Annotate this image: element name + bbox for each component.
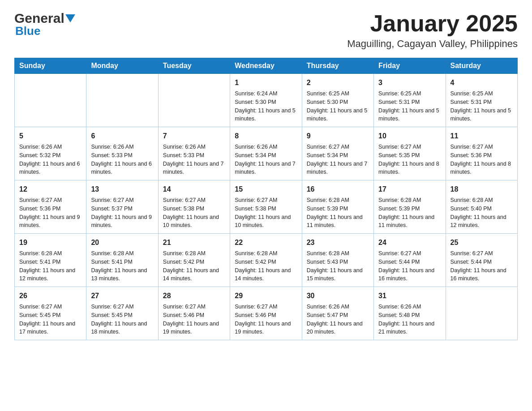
- calendar-cell: 28Sunrise: 6:27 AMSunset: 5:46 PMDayligh…: [158, 287, 230, 340]
- calendar-cell: 17Sunrise: 6:28 AMSunset: 5:39 PMDayligh…: [374, 180, 446, 234]
- calendar-cell: 15Sunrise: 6:27 AMSunset: 5:38 PMDayligh…: [230, 180, 302, 234]
- day-number: 19: [19, 237, 82, 248]
- calendar-cell: 26Sunrise: 6:27 AMSunset: 5:45 PMDayligh…: [15, 287, 86, 340]
- day-info: Sunrise: 6:27 AMSunset: 5:35 PMDaylight:…: [378, 143, 441, 176]
- calendar-cell: 19Sunrise: 6:28 AMSunset: 5:41 PMDayligh…: [15, 234, 86, 287]
- calendar-week-row: 5Sunrise: 6:26 AMSunset: 5:32 PMDaylight…: [15, 127, 518, 180]
- weekday-header-tuesday: Tuesday: [158, 58, 230, 74]
- calendar-cell: 8Sunrise: 6:26 AMSunset: 5:34 PMDaylight…: [230, 127, 302, 180]
- calendar-cell: 11Sunrise: 6:27 AMSunset: 5:36 PMDayligh…: [446, 127, 517, 180]
- calendar-cell: 22Sunrise: 6:28 AMSunset: 5:42 PMDayligh…: [230, 234, 302, 287]
- day-info: Sunrise: 6:25 AMSunset: 5:31 PMDaylight:…: [450, 90, 513, 123]
- day-info: Sunrise: 6:27 AMSunset: 5:38 PMDaylight:…: [235, 196, 297, 230]
- day-info: Sunrise: 6:27 AMSunset: 5:45 PMDaylight:…: [19, 303, 82, 336]
- day-number: 9: [307, 131, 369, 141]
- day-number: 14: [163, 184, 225, 195]
- day-number: 28: [163, 291, 225, 301]
- day-number: 30: [307, 291, 369, 301]
- calendar-cell: 1Sunrise: 6:24 AMSunset: 5:30 PMDaylight…: [230, 74, 302, 127]
- day-info: Sunrise: 6:26 AMSunset: 5:33 PMDaylight:…: [91, 143, 153, 176]
- calendar-cell: 6Sunrise: 6:26 AMSunset: 5:33 PMDaylight…: [86, 127, 158, 180]
- day-number: 5: [19, 131, 82, 141]
- day-info: Sunrise: 6:25 AMSunset: 5:31 PMDaylight:…: [378, 90, 441, 123]
- calendar-cell: 12Sunrise: 6:27 AMSunset: 5:36 PMDayligh…: [15, 180, 86, 234]
- day-info: Sunrise: 6:26 AMSunset: 5:47 PMDaylight:…: [307, 303, 369, 336]
- calendar-cell: 27Sunrise: 6:27 AMSunset: 5:45 PMDayligh…: [86, 287, 158, 340]
- day-info: Sunrise: 6:27 AMSunset: 5:37 PMDaylight:…: [91, 196, 153, 230]
- calendar-cell: 3Sunrise: 6:25 AMSunset: 5:31 PMDaylight…: [374, 74, 446, 127]
- weekday-header-saturday: Saturday: [446, 58, 517, 74]
- calendar-cell: 24Sunrise: 6:27 AMSunset: 5:44 PMDayligh…: [374, 234, 446, 287]
- weekday-header-sunday: Sunday: [15, 58, 86, 74]
- day-info: Sunrise: 6:27 AMSunset: 5:44 PMDaylight:…: [450, 249, 513, 283]
- day-number: 16: [307, 184, 369, 195]
- day-info: Sunrise: 6:28 AMSunset: 5:42 PMDaylight:…: [235, 249, 297, 283]
- day-info: Sunrise: 6:27 AMSunset: 5:38 PMDaylight:…: [163, 196, 225, 230]
- calendar-week-row: 12Sunrise: 6:27 AMSunset: 5:36 PMDayligh…: [15, 180, 518, 234]
- day-number: 6: [91, 131, 153, 141]
- day-number: 2: [307, 77, 369, 88]
- day-number: 26: [19, 291, 82, 301]
- day-number: 27: [91, 291, 153, 301]
- calendar-cell: 25Sunrise: 6:27 AMSunset: 5:44 PMDayligh…: [446, 234, 517, 287]
- calendar-cell: 23Sunrise: 6:28 AMSunset: 5:43 PMDayligh…: [302, 234, 373, 287]
- calendar-header: SundayMondayTuesdayWednesdayThursdayFrid…: [15, 58, 518, 74]
- calendar-cell: 4Sunrise: 6:25 AMSunset: 5:31 PMDaylight…: [446, 74, 517, 127]
- day-info: Sunrise: 6:27 AMSunset: 5:36 PMDaylight:…: [450, 143, 513, 176]
- month-title: January 2025: [347, 11, 518, 36]
- day-info: Sunrise: 6:28 AMSunset: 5:39 PMDaylight:…: [378, 196, 441, 230]
- calendar-cell: 16Sunrise: 6:28 AMSunset: 5:39 PMDayligh…: [302, 180, 373, 234]
- logo-general-text: General: [14, 11, 64, 26]
- day-info: Sunrise: 6:27 AMSunset: 5:44 PMDaylight:…: [378, 249, 441, 283]
- day-info: Sunrise: 6:28 AMSunset: 5:42 PMDaylight:…: [163, 249, 225, 283]
- calendar-cell: 30Sunrise: 6:26 AMSunset: 5:47 PMDayligh…: [302, 287, 373, 340]
- day-info: Sunrise: 6:27 AMSunset: 5:46 PMDaylight:…: [235, 303, 297, 336]
- day-info: Sunrise: 6:28 AMSunset: 5:39 PMDaylight:…: [307, 196, 369, 230]
- day-info: Sunrise: 6:26 AMSunset: 5:48 PMDaylight:…: [378, 303, 441, 336]
- day-number: 17: [378, 184, 441, 195]
- calendar-cell: 13Sunrise: 6:27 AMSunset: 5:37 PMDayligh…: [86, 180, 158, 234]
- day-number: 11: [450, 131, 513, 141]
- day-number: 24: [378, 237, 441, 248]
- day-number: 23: [307, 237, 369, 248]
- day-info: Sunrise: 6:27 AMSunset: 5:34 PMDaylight:…: [307, 143, 369, 176]
- day-info: Sunrise: 6:26 AMSunset: 5:33 PMDaylight:…: [163, 143, 225, 176]
- weekday-header-friday: Friday: [374, 58, 446, 74]
- logo-blue-text: Blue: [15, 24, 75, 38]
- day-number: 18: [450, 184, 513, 195]
- logo-arrow-icon: [65, 14, 75, 24]
- day-info: Sunrise: 6:27 AMSunset: 5:45 PMDaylight:…: [91, 303, 153, 336]
- calendar-cell: 29Sunrise: 6:27 AMSunset: 5:46 PMDayligh…: [230, 287, 302, 340]
- header-row: SundayMondayTuesdayWednesdayThursdayFrid…: [15, 58, 518, 74]
- title-block: January 2025 Maguilling, Cagayan Valley,…: [347, 11, 518, 50]
- day-info: Sunrise: 6:26 AMSunset: 5:34 PMDaylight:…: [235, 143, 297, 176]
- day-info: Sunrise: 6:25 AMSunset: 5:30 PMDaylight:…: [307, 90, 369, 123]
- calendar-cell: 14Sunrise: 6:27 AMSunset: 5:38 PMDayligh…: [158, 180, 230, 234]
- calendar-cell: [158, 74, 230, 127]
- calendar-cell: 2Sunrise: 6:25 AMSunset: 5:30 PMDaylight…: [302, 74, 373, 127]
- calendar-cell: 18Sunrise: 6:28 AMSunset: 5:40 PMDayligh…: [446, 180, 517, 234]
- calendar-cell: 5Sunrise: 6:26 AMSunset: 5:32 PMDaylight…: [15, 127, 86, 180]
- day-number: 25: [450, 237, 513, 248]
- day-info: Sunrise: 6:27 AMSunset: 5:46 PMDaylight:…: [163, 303, 225, 336]
- svg-marker-0: [65, 14, 75, 22]
- day-number: 15: [235, 184, 297, 195]
- day-info: Sunrise: 6:26 AMSunset: 5:32 PMDaylight:…: [19, 143, 82, 176]
- calendar-cell: [15, 74, 86, 127]
- day-info: Sunrise: 6:28 AMSunset: 5:40 PMDaylight:…: [450, 196, 513, 230]
- weekday-header-monday: Monday: [86, 58, 158, 74]
- calendar-week-row: 19Sunrise: 6:28 AMSunset: 5:41 PMDayligh…: [15, 234, 518, 287]
- day-info: Sunrise: 6:28 AMSunset: 5:41 PMDaylight:…: [91, 249, 153, 283]
- calendar-body: 1Sunrise: 6:24 AMSunset: 5:30 PMDaylight…: [15, 74, 518, 340]
- calendar-week-row: 1Sunrise: 6:24 AMSunset: 5:30 PMDaylight…: [15, 74, 518, 127]
- day-number: 21: [163, 237, 225, 248]
- calendar-cell: 20Sunrise: 6:28 AMSunset: 5:41 PMDayligh…: [86, 234, 158, 287]
- day-number: 29: [235, 291, 297, 301]
- day-number: 31: [378, 291, 441, 301]
- day-number: 10: [378, 131, 441, 141]
- day-number: 7: [163, 131, 225, 141]
- calendar-cell: 10Sunrise: 6:27 AMSunset: 5:35 PMDayligh…: [374, 127, 446, 180]
- location-subtitle: Maguilling, Cagayan Valley, Philippines: [347, 38, 518, 50]
- day-info: Sunrise: 6:28 AMSunset: 5:41 PMDaylight:…: [19, 249, 82, 283]
- page-header: General Blue January 2025 Maguilling, Ca…: [14, 11, 518, 50]
